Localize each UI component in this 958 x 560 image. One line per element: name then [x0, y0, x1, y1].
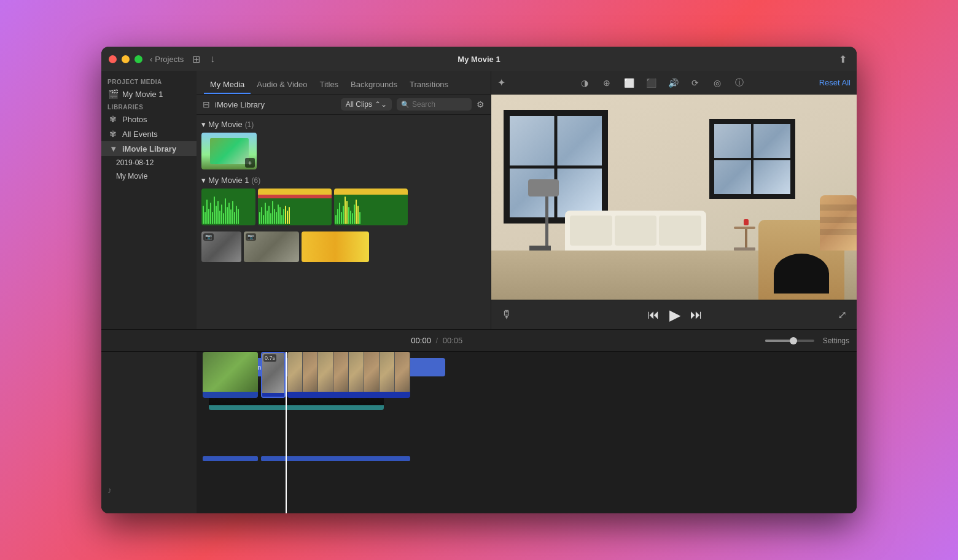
thumb-add-button[interactable]: +: [245, 158, 255, 168]
timeline-track-labels: ♪: [101, 352, 197, 513]
timeline-toolbar: 00:00 / 00:05 Settings: [101, 330, 857, 352]
film-frame-8: [395, 352, 410, 392]
photos-icon: ✾: [107, 114, 119, 124]
zoom-handle[interactable]: [790, 337, 797, 344]
my-movie2-label: My Movie: [116, 172, 147, 181]
video-clip-selected[interactable]: 0.7s: [261, 352, 286, 398]
video-thumb-1[interactable]: [201, 189, 255, 225]
title-bar-right: ⬆: [839, 53, 847, 65]
timeline-area: 00:00 / 00:05 Settings ♪: [101, 329, 857, 513]
thumb-garden[interactable]: +: [201, 133, 257, 169]
photo-thumb-1[interactable]: 📷: [201, 231, 241, 262]
clips-chevron-icon: ⌃⌄: [375, 100, 387, 109]
total-time: 00:05: [443, 336, 463, 345]
search-input[interactable]: [412, 100, 467, 109]
clips-selector[interactable]: All Clips ⌃⌄: [341, 98, 392, 111]
clip3-blue-bar: [287, 392, 410, 398]
my-movie-label: My Movie 1: [122, 90, 163, 99]
my-movie1-thumbs: [201, 189, 486, 225]
tab-backgrounds[interactable]: Backgrounds: [345, 76, 403, 94]
stabilize-icon[interactable]: ⟳: [687, 74, 704, 91]
search-box[interactable]: 🔍: [397, 98, 472, 111]
projects-button[interactable]: ‹ Projects: [150, 55, 184, 64]
video-thumb-3[interactable]: [334, 189, 408, 225]
crop-icon[interactable]: ⬜: [620, 74, 637, 91]
clip-blue-bar: [203, 392, 258, 398]
preview-toolbar: ✦ ◑ ⊕ ⬜ ⬛ 🔊 ⟳ ◎ ⓘ Reset All: [491, 71, 857, 95]
playhead: [286, 352, 287, 513]
photos-label: Photos: [122, 115, 147, 124]
clip2-blue-bar: [262, 393, 284, 398]
download-icon[interactable]: ↓: [209, 52, 216, 66]
yellow-bar-thumb[interactable]: [302, 231, 369, 262]
audio-note-icon: ♪: [107, 485, 112, 495]
microphone-button[interactable]: 🎙: [501, 308, 512, 321]
photo-thumb-2[interactable]: 📷: [244, 231, 299, 262]
color-wheel-icon[interactable]: ⊕: [598, 74, 615, 91]
video-clip-garden[interactable]: [203, 352, 258, 398]
forward-button[interactable]: ⏭: [690, 308, 703, 322]
clips-label: All Clips: [346, 100, 372, 109]
section-my-movie[interactable]: ▾ My Movie (1): [201, 120, 486, 129]
grid-view-button[interactable]: ⊟: [203, 99, 210, 109]
search-icon: 🔍: [401, 101, 410, 109]
section-label: My Movie: [208, 120, 243, 129]
reset-all-button[interactable]: Reset All: [819, 78, 851, 87]
color-correction-icon[interactable]: ◑: [576, 74, 593, 91]
filmstrip: [287, 352, 410, 392]
maximize-button[interactable]: [134, 55, 142, 63]
sidebar-item-all-events[interactable]: ✾ All Events: [101, 126, 197, 141]
sidebar-item-photos[interactable]: ✾ Photos: [101, 112, 197, 126]
library-name-label: iMovie Library: [215, 100, 336, 109]
minimize-button[interactable]: [122, 55, 130, 63]
sidebar-item-my-movie[interactable]: 🎬 My Movie 1: [101, 87, 197, 101]
effects-icon[interactable]: ◎: [709, 74, 726, 91]
sidebar: PROJECT MEDIA 🎬 My Movie 1 LIBRARIES ✾ P…: [101, 71, 197, 329]
section-collapse-icon: ▾: [201, 120, 206, 129]
info-icon[interactable]: ⓘ: [731, 74, 748, 91]
audio-icon[interactable]: 🔊: [664, 74, 682, 91]
play-button[interactable]: ▶: [669, 306, 680, 324]
video-clip-interior[interactable]: [287, 352, 410, 398]
magic-wand-button[interactable]: ✦: [497, 77, 505, 88]
projects-label: Projects: [155, 55, 184, 64]
camera-record-icon[interactable]: ⬛: [642, 74, 660, 91]
rewind-button[interactable]: ⏮: [647, 308, 660, 322]
share-button[interactable]: ⬆: [839, 53, 847, 65]
browser-settings-icon[interactable]: ⚙: [477, 99, 485, 109]
close-button[interactable]: [109, 55, 117, 63]
layout-icon[interactable]: ⊞: [191, 52, 201, 66]
window-title: My Movie 1: [458, 55, 500, 64]
libraries-label: LIBRARIES: [101, 101, 197, 112]
zoom-bar[interactable]: [765, 340, 814, 342]
film-frame-4: [333, 352, 349, 392]
imovie-library-label: iMovie Library: [122, 144, 176, 154]
film-frame-5: [349, 352, 364, 392]
timeline-settings-button[interactable]: Settings: [823, 336, 849, 345]
section-count: (1): [245, 120, 254, 129]
fullscreen-button[interactable]: ⤢: [838, 308, 847, 322]
film-frame-1: [287, 352, 303, 392]
sidebar-item-my-movie2[interactable]: My Movie: [101, 169, 197, 183]
date-label: 2019-08-12: [116, 158, 154, 167]
video-thumb-2[interactable]: [258, 189, 332, 225]
section-my-movie1[interactable]: ▾ My Movie 1 (6): [201, 176, 486, 185]
preview-area: ✦ ◑ ⊕ ⬜ ⬛ 🔊 ⟳ ◎ ⓘ Reset All: [491, 71, 857, 329]
tab-audio-video[interactable]: Audio & Video: [251, 76, 313, 94]
tab-titles[interactable]: Titles: [314, 76, 345, 94]
clip-select-bar-2: [261, 456, 410, 461]
sidebar-item-imovie-library[interactable]: ▾ iMovie Library: [101, 141, 197, 156]
clip-select-bar-1: [203, 456, 258, 461]
sidebar-item-date[interactable]: 2019-08-12: [101, 156, 197, 169]
film-frame-6: [364, 352, 380, 392]
tab-transitions[interactable]: Transitions: [403, 76, 454, 94]
video-preview[interactable]: [491, 95, 857, 300]
project-media-label: PROJECT MEDIA: [101, 76, 197, 87]
film-frame-2: [303, 352, 318, 392]
current-time: 00:00: [411, 336, 431, 345]
time-separator: /: [436, 336, 438, 345]
film-frame-3: [318, 352, 333, 392]
section1-count: (6): [251, 176, 260, 185]
clip-time-label: 0.7s: [263, 354, 276, 362]
tab-my-media[interactable]: My Media: [204, 76, 251, 94]
